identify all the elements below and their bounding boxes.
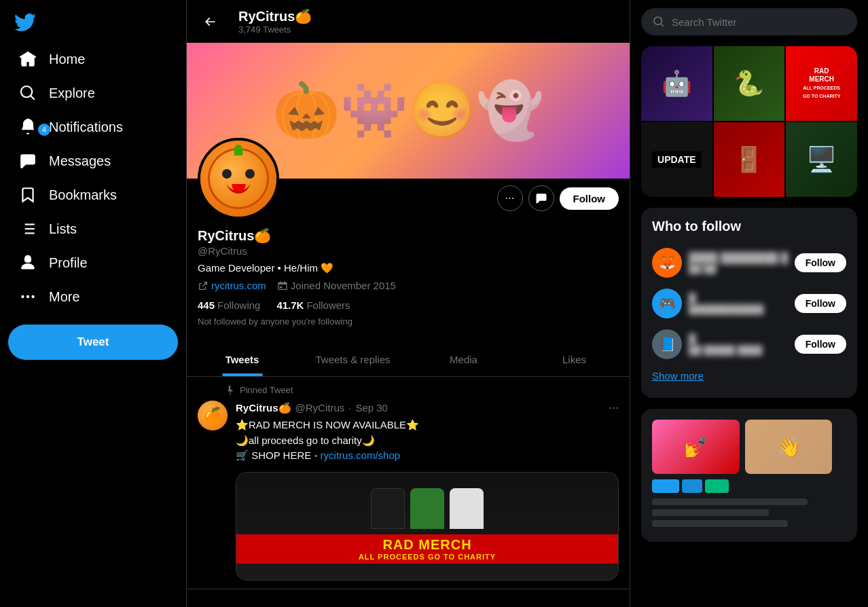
media-cell-6[interactable]: 🖥️	[786, 122, 857, 197]
main-content: RyCitrus🍊 3,749 Tweets 🎃👾😊👻 ···	[187, 0, 630, 607]
profile-display-name: RyCitrus🍊	[198, 227, 619, 244]
suggestion-follow-button-2[interactable]: Follow	[795, 294, 846, 313]
twitter-logo[interactable]	[8, 5, 42, 39]
show-more-link[interactable]: Show more	[652, 365, 846, 387]
tweet-date-value: Sep 30	[355, 402, 388, 413]
profile-handle: @RyCitrus	[198, 245, 619, 257]
text-line-1	[652, 498, 808, 505]
lists-icon	[19, 220, 37, 238]
message-button[interactable]	[528, 185, 554, 211]
avatar-tongue	[232, 184, 245, 192]
suggestion-left-1: 🦊 ████ ████████ █ ██ ██	[652, 248, 789, 278]
promo-section: 💅 👋	[641, 409, 857, 542]
tweet-row: 🍊 RyCitrus🍊 @RyCitrus · Sep 30 ··· ⭐RAD …	[198, 401, 619, 581]
media-cell-2[interactable]: 🐍	[714, 46, 785, 121]
suggestion-follow-button-1[interactable]: Follow	[795, 253, 846, 272]
search-input[interactable]	[672, 16, 846, 28]
tab-tweets[interactable]: Tweets	[187, 343, 297, 376]
tweet-shop-link[interactable]: rycitrus.com/shop	[321, 449, 401, 461]
sidebar-item-explore[interactable]: Explore	[8, 76, 178, 110]
avatar-face	[208, 148, 269, 209]
sidebar-item-bookmarks[interactable]: Bookmarks	[8, 178, 178, 212]
explore-icon	[19, 84, 37, 102]
suggestion-avatar-1: 🦊	[652, 248, 682, 278]
tweet-section: Pinned Tweet 🍊 RyCitrus🍊 @RyCitrus · Sep…	[187, 377, 630, 589]
hoodie-black	[371, 488, 405, 529]
who-to-follow-section: Who to follow 🦊 ████ ████████ █ ██ ██ Fo…	[641, 208, 857, 398]
tab-media[interactable]: Media	[408, 343, 519, 376]
following-stat[interactable]: 445 Following	[198, 299, 260, 311]
promo-image-1: 💅	[652, 420, 740, 474]
tweet-content: RyCitrus🍊 @RyCitrus · Sep 30 ··· ⭐RAD ME…	[236, 401, 619, 581]
pinned-label-text: Pinned Tweet	[240, 385, 293, 395]
bar-3	[705, 479, 729, 493]
followers-stat[interactable]: 41.7K Followers	[276, 299, 350, 311]
media-grid: 🤖 🐍 RADMERCHALL PROCEEDSGO TO CHARITY UP…	[641, 46, 857, 197]
suggestion-left-2: 🎮 █ ████████████	[652, 289, 764, 318]
bar-1	[652, 479, 679, 493]
avatar-inner	[200, 141, 276, 217]
promo-text-lines	[652, 498, 846, 527]
suggestion-avatar-2: 🎮	[652, 289, 682, 318]
tweet-author-name: RyCitrus🍊	[236, 402, 291, 414]
profile-website[interactable]: rycitrus.com	[198, 280, 266, 291]
following-count: 445	[198, 299, 215, 311]
back-button[interactable]	[198, 10, 222, 34]
tweet-avatar[interactable]: 🍊	[198, 401, 228, 430]
tweet-header: RyCitrus🍊 @RyCitrus · Sep 30 ···	[236, 401, 619, 415]
profile-stats: 445 Following 41.7K Followers	[198, 299, 619, 311]
search-bar[interactable]	[641, 8, 857, 35]
follow-suggestion-2: 🎮 █ ████████████ Follow	[652, 283, 846, 324]
media-cell-3-text: RADMERCHALL PROCEEDSGO TO CHARITY	[800, 65, 843, 103]
profile-bio: Game Developer • He/Him 🧡	[198, 262, 619, 274]
tab-likes[interactable]: Likes	[519, 343, 630, 376]
sidebar-item-label-notifications: Notifications	[49, 119, 123, 135]
tweet-line1: ⭐RAD MERCH IS NOW AVAILABLE⭐	[236, 418, 619, 433]
profile-top-bar: RyCitrus🍊 3,749 Tweets	[187, 0, 630, 43]
follow-suggestion-3: 📘 █ ██ █████ ████ Follow	[652, 324, 846, 365]
suggestion-name-1: ████ ████████ █	[689, 252, 789, 263]
messages-icon	[19, 152, 37, 170]
pinned-label: Pinned Tweet	[198, 385, 619, 395]
suggestion-info-3: █ ██ █████ ████	[689, 333, 763, 355]
sidebar-item-home[interactable]: Home	[8, 42, 178, 76]
hoodie-white	[450, 488, 484, 529]
more-options-button[interactable]: ···	[497, 185, 523, 211]
notification-badge: 4	[38, 124, 50, 136]
sidebar-item-profile[interactable]: Profile	[8, 246, 178, 280]
profile-top-name: RyCitrus🍊	[238, 8, 312, 24]
followers-count: 41.7K	[276, 299, 304, 311]
search-icon	[653, 16, 665, 28]
suggestion-info-2: █ ████████████	[689, 293, 764, 314]
action-buttons: ··· Follow	[497, 185, 619, 219]
sidebar-item-label-bookmarks: Bookmarks	[49, 187, 117, 203]
suggestion-info-1: ████ ████████ █ ██ ██	[689, 252, 789, 274]
text-line-3	[652, 520, 788, 527]
tweet-button[interactable]: Tweet	[8, 325, 178, 360]
website-link[interactable]: rycitrus.com	[211, 280, 266, 291]
tweet-menu-button[interactable]: ···	[609, 401, 619, 415]
tweet-body: ⭐RAD MERCH IS NOW AVAILABLE⭐ 🌙all procee…	[236, 418, 619, 464]
sidebar-item-more[interactable]: More	[8, 280, 178, 314]
sidebar-item-messages[interactable]: Messages	[8, 144, 178, 178]
promo-content: 💅 👋	[652, 420, 846, 474]
update-text: UPDATE	[652, 151, 702, 168]
sidebar: Home Explore 4 Notifications Messages Bo…	[0, 0, 187, 607]
media-cell-1[interactable]: 🤖	[641, 46, 712, 121]
follow-button[interactable]: Follow	[560, 187, 619, 210]
svg-point-7	[26, 295, 29, 298]
not-followed-text: Not followed by anyone you're following	[198, 316, 619, 327]
suggestion-left-3: 📘 █ ██ █████ ████	[652, 329, 763, 359]
suggestion-follow-button-3[interactable]: Follow	[795, 335, 846, 354]
media-cell-4[interactable]: UPDATE	[641, 122, 712, 197]
suggestion-name-2: █	[689, 293, 764, 304]
suggestion-avatar-3: 📘	[652, 329, 682, 359]
sidebar-item-lists[interactable]: Lists	[8, 212, 178, 246]
sidebar-item-notifications[interactable]: 4 Notifications	[8, 110, 178, 144]
media-cell-5[interactable]: 🚪	[714, 122, 785, 197]
media-cell-3[interactable]: RADMERCHALL PROCEEDSGO TO CHARITY	[786, 46, 857, 121]
tab-tweets-replies[interactable]: Tweets & replies	[297, 343, 408, 376]
profile-top-tweets-count: 3,749 Tweets	[238, 24, 312, 35]
svg-point-6	[21, 295, 24, 298]
suggestion-name-3: █	[689, 333, 763, 345]
